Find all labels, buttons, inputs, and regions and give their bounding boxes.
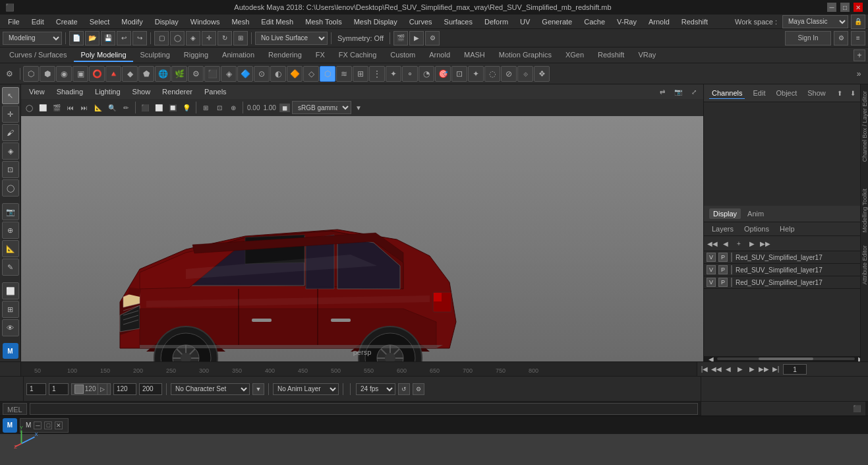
- add-tab-btn[interactable]: +: [854, 49, 865, 61]
- shelf-icon-2[interactable]: ⬢: [40, 66, 55, 82]
- maximize-button[interactable]: □: [840, 3, 850, 12]
- select-tool[interactable]: ▢: [154, 31, 169, 46]
- new-scene[interactable]: 📄: [69, 31, 84, 46]
- shelf-icon-12[interactable]: ⬛: [204, 66, 220, 82]
- da-tab-display[interactable]: Display: [709, 208, 741, 219]
- menu-mesh-display[interactable]: Mesh Display: [349, 16, 403, 27]
- tab-arnold[interactable]: Arnold: [422, 49, 457, 62]
- layer-row-1[interactable]: V P Red_SUV_Simplified_layer17 ▼: [704, 251, 868, 264]
- shelf-icon-16[interactable]: ◐: [270, 66, 286, 82]
- vp-tb-2[interactable]: ⬜: [36, 101, 49, 114]
- playback-end[interactable]: 200: [139, 383, 162, 395]
- layer-v-2[interactable]: V: [707, 265, 716, 274]
- vp-tb-wireframe[interactable]: ⬛: [138, 101, 152, 114]
- vp-menu-panels[interactable]: Panels: [199, 86, 232, 97]
- vp-tb-5[interactable]: ⏭: [78, 101, 91, 114]
- shelf-icon-3[interactable]: ◉: [56, 66, 72, 82]
- visibility-btn[interactable]: 👁: [2, 319, 19, 336]
- tab-sculpting[interactable]: Sculpting: [134, 49, 177, 62]
- menu-generate[interactable]: Generate: [536, 16, 577, 27]
- menu-mesh-tools[interactable]: Mesh Tools: [300, 16, 347, 27]
- rp-tab-edit[interactable]: Edit: [750, 88, 768, 98]
- menu-edit-mesh[interactable]: Edit Mesh: [256, 16, 299, 27]
- vp-icon-arrows[interactable]: ⇄: [656, 85, 669, 98]
- shelf-icon-19[interactable]: ⬡: [320, 66, 335, 82]
- shelf-scroll[interactable]: »: [851, 66, 867, 82]
- shelf-icon-5[interactable]: ⭕: [89, 66, 105, 82]
- open-scene[interactable]: 📂: [85, 31, 100, 46]
- vp-tb-4[interactable]: ⏮: [64, 101, 77, 114]
- shelf-icon-22[interactable]: ⋮: [369, 66, 385, 82]
- shelf-icon-4[interactable]: ▣: [72, 66, 88, 82]
- tab-curves-surfaces[interactable]: Curves / Surfaces: [3, 49, 73, 62]
- menu-surfaces[interactable]: Surfaces: [439, 16, 478, 27]
- playback-start[interactable]: 1: [49, 383, 69, 395]
- rp-btn-2[interactable]: ⬇: [847, 87, 859, 99]
- menu-select[interactable]: Select: [84, 16, 115, 27]
- tab-animation[interactable]: Animation: [216, 49, 261, 62]
- vp-tb-texture[interactable]: 🔲: [166, 101, 179, 114]
- color-space-select[interactable]: sRGB gamma: [292, 101, 351, 114]
- vp-tb-6[interactable]: 📐: [92, 101, 105, 114]
- lo-options[interactable]: Options: [741, 224, 772, 234]
- mel-icon-1[interactable]: ⬛: [851, 403, 863, 415]
- layer-row-3[interactable]: V P Red_SUV_Simplified_layer17 ▼: [704, 276, 868, 289]
- tab-rigging[interactable]: Rigging: [177, 49, 215, 62]
- char-set-btn[interactable]: ▼: [252, 383, 264, 395]
- vp-icon-cam[interactable]: 📷: [672, 85, 685, 98]
- shelf-icon-30[interactable]: ⊘: [501, 66, 517, 82]
- menu-create[interactable]: Create: [51, 16, 83, 27]
- layer-v-1[interactable]: V: [707, 253, 716, 262]
- vp-tb-grid[interactable]: ⊞: [199, 101, 212, 114]
- vp-menu-lighting[interactable]: Lighting: [90, 86, 126, 97]
- tab-mash[interactable]: MASH: [457, 49, 492, 62]
- minimize-button[interactable]: ─: [827, 3, 836, 12]
- vp-tb-hud[interactable]: ⊕: [227, 101, 240, 114]
- nav-end[interactable]: ▶|: [771, 365, 780, 374]
- shelf-icon-21[interactable]: ⊞: [353, 66, 368, 82]
- lo-layers[interactable]: Layers: [709, 224, 736, 234]
- annotation-btn[interactable]: ✎: [2, 259, 19, 276]
- render-region-btn[interactable]: ⬜: [2, 282, 19, 299]
- playback-icon-1[interactable]: ↺: [398, 383, 410, 395]
- vp-icon-expand[interactable]: ⤢: [687, 85, 701, 98]
- playback-slider[interactable]: 120 ▷: [71, 383, 111, 395]
- fps-select[interactable]: 24 fps: [356, 383, 395, 395]
- layer-nav-right[interactable]: ▶▶: [759, 237, 771, 249]
- taskbar-min[interactable]: □: [44, 421, 52, 429]
- nav-prev[interactable]: ◀: [724, 365, 733, 374]
- viewport[interactable]: View Shading Lighting Show Renderer Pane…: [21, 84, 703, 361]
- tab-poly-modeling[interactable]: Poly Modeling: [74, 49, 132, 62]
- rotate-tool[interactable]: ↻: [217, 31, 232, 46]
- layer-row-2[interactable]: V P Red_SUV_Simplified_layer17 ▼: [704, 264, 868, 276]
- layer-v-3[interactable]: V: [707, 278, 716, 287]
- menu-edit[interactable]: Edit: [26, 16, 49, 27]
- shelf-icon-10[interactable]: 🌿: [171, 66, 187, 82]
- transform-btn[interactable]: ✛: [2, 106, 19, 123]
- shelf-icon-24[interactable]: ⚬: [402, 66, 418, 82]
- layer-nav-next[interactable]: ▶: [746, 237, 758, 249]
- vp-tb-colorspace-menu[interactable]: ▼: [352, 101, 365, 114]
- tab-fx[interactable]: FX: [309, 49, 332, 62]
- snap-select[interactable]: No Live Surface: [255, 32, 328, 45]
- shelf-icon-26[interactable]: 🎯: [435, 66, 451, 82]
- menu-vray[interactable]: V-Ray: [612, 16, 642, 27]
- menu-arnold[interactable]: Arnold: [643, 16, 675, 27]
- shelf-icon-11[interactable]: ⚙: [188, 66, 204, 82]
- sculpt-btn[interactable]: ◈: [2, 142, 19, 160]
- vp-tb-solid[interactable]: ⬜: [152, 101, 165, 114]
- shelf-icon-6[interactable]: 🔺: [105, 66, 121, 82]
- menu-modify[interactable]: Modify: [116, 16, 148, 27]
- menu-mesh[interactable]: Mesh: [226, 16, 254, 27]
- tab-fx-caching[interactable]: FX Caching: [332, 49, 383, 62]
- menu-cache[interactable]: Cache: [579, 16, 610, 27]
- shelf-icon-20[interactable]: ≋: [336, 66, 352, 82]
- vp-tb-7[interactable]: 🔍: [105, 101, 119, 114]
- redo[interactable]: ↪: [132, 31, 147, 46]
- scale-tool[interactable]: ⊞: [233, 31, 248, 46]
- render-settings[interactable]: ⚙: [425, 31, 440, 46]
- camera-btn[interactable]: 📷: [2, 203, 19, 220]
- vp-tb-3[interactable]: 🎬: [50, 101, 63, 114]
- layer-p-3[interactable]: P: [718, 278, 728, 287]
- tab-custom[interactable]: Custom: [384, 49, 422, 62]
